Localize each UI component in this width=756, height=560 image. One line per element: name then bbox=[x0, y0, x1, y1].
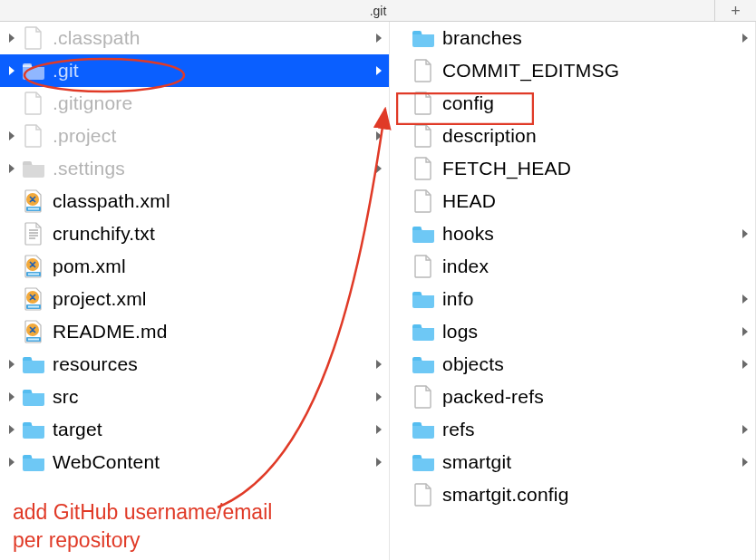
file-name-label: hooks bbox=[442, 223, 494, 245]
file-name-label: smartgit.config bbox=[442, 484, 569, 506]
folder-icon bbox=[22, 62, 45, 80]
expand-arrow-icon bbox=[741, 227, 750, 240]
file-row[interactable]: resources bbox=[0, 348, 389, 381]
file-icon bbox=[413, 483, 433, 507]
file-row[interactable]: WebContent bbox=[0, 446, 389, 478]
expand-arrow-icon bbox=[741, 456, 750, 468]
file-name-label: .settings bbox=[53, 158, 125, 179]
file-row[interactable]: README.md bbox=[0, 315, 389, 348]
folder-icon bbox=[412, 355, 435, 373]
file-name-label: COMMIT_EDITMSG bbox=[442, 60, 619, 82]
disclosure-arrow-icon bbox=[4, 130, 20, 141]
disclosure-arrow-icon bbox=[4, 65, 20, 76]
file-name-label: info bbox=[442, 288, 474, 310]
file-row[interactable]: packed-refs bbox=[390, 381, 755, 413]
file-name-label: .classpath bbox=[53, 27, 141, 49]
file-icon bbox=[413, 189, 433, 213]
expand-arrow-icon bbox=[374, 391, 383, 403]
file-icon bbox=[413, 124, 433, 148]
file-icon bbox=[24, 124, 44, 148]
file-row[interactable]: smartgit.config bbox=[390, 478, 755, 511]
expand-arrow-icon bbox=[374, 456, 383, 468]
file-name-label: .project bbox=[53, 125, 116, 147]
file-row[interactable]: .git bbox=[0, 54, 389, 87]
expand-arrow-icon bbox=[374, 162, 383, 175]
file-icon bbox=[413, 385, 433, 409]
file-row[interactable]: branches bbox=[390, 22, 755, 54]
file-row[interactable]: logs bbox=[390, 315, 755, 348]
folder-icon bbox=[22, 159, 45, 178]
file-name-label: HEAD bbox=[442, 190, 496, 212]
xml-file-icon bbox=[24, 287, 44, 311]
column-view: .classpath.git.gitignore.project.setting… bbox=[0, 22, 756, 560]
expand-arrow-icon bbox=[741, 423, 750, 436]
file-name-label: FETCH_HEAD bbox=[442, 158, 571, 179]
file-row[interactable]: description bbox=[390, 120, 755, 152]
file-name-label: project.xml bbox=[53, 288, 147, 310]
expand-arrow-icon bbox=[374, 32, 383, 44]
expand-arrow-icon bbox=[741, 325, 750, 338]
file-row[interactable]: refs bbox=[390, 413, 755, 446]
file-icon bbox=[413, 59, 433, 82]
file-row[interactable]: pom.xml bbox=[0, 250, 389, 283]
file-icon bbox=[24, 92, 44, 115]
expand-arrow-icon bbox=[374, 64, 383, 77]
file-row[interactable]: project.xml bbox=[0, 283, 389, 315]
file-row[interactable]: target bbox=[0, 413, 389, 446]
folder-icon bbox=[412, 29, 435, 47]
folder-icon bbox=[412, 225, 435, 243]
file-name-label: .gitignore bbox=[53, 92, 132, 114]
plus-icon: + bbox=[731, 2, 741, 21]
xml-file-icon bbox=[24, 255, 44, 278]
file-name-label: resources bbox=[53, 353, 138, 375]
expand-arrow-icon bbox=[374, 423, 383, 436]
file-name-label: objects bbox=[442, 353, 504, 375]
expand-arrow-icon bbox=[741, 293, 750, 305]
file-row[interactable]: .gitignore bbox=[0, 87, 389, 120]
file-name-label: pom.xml bbox=[53, 256, 126, 277]
disclosure-arrow-icon bbox=[4, 424, 20, 435]
file-name-label: target bbox=[53, 419, 102, 440]
window-title: .git bbox=[370, 4, 387, 18]
file-row[interactable]: config bbox=[390, 87, 755, 120]
folder-icon bbox=[412, 420, 435, 439]
file-name-label: WebContent bbox=[53, 451, 160, 473]
file-name-label: crunchify.txt bbox=[53, 223, 155, 245]
file-row[interactable]: .settings bbox=[0, 152, 389, 185]
file-row[interactable]: smartgit bbox=[390, 446, 755, 478]
column-child[interactable]: branchesCOMMIT_EDITMSGconfigdescriptionF… bbox=[390, 22, 756, 560]
file-row[interactable]: index bbox=[390, 250, 755, 283]
folder-icon bbox=[22, 355, 45, 373]
disclosure-arrow-icon bbox=[4, 163, 20, 174]
file-row[interactable]: src bbox=[0, 381, 389, 413]
file-row[interactable]: objects bbox=[390, 348, 755, 381]
file-row[interactable]: crunchify.txt bbox=[0, 217, 389, 250]
file-name-label: smartgit bbox=[442, 451, 511, 473]
xml-file-icon bbox=[24, 189, 44, 213]
folder-icon bbox=[412, 323, 435, 341]
expand-arrow-icon bbox=[741, 32, 750, 44]
file-row[interactable]: .classpath bbox=[0, 22, 389, 54]
file-row[interactable]: FETCH_HEAD bbox=[390, 152, 755, 185]
file-row[interactable]: COMMIT_EDITMSG bbox=[390, 54, 755, 87]
svg-rect-9 bbox=[28, 274, 39, 275]
file-row[interactable]: classpath.xml bbox=[0, 185, 389, 217]
file-row[interactable]: hooks bbox=[390, 217, 755, 250]
file-name-label: classpath.xml bbox=[53, 190, 170, 212]
new-tab-button[interactable]: + bbox=[714, 0, 756, 22]
svg-rect-12 bbox=[28, 306, 39, 308]
file-name-label: logs bbox=[442, 321, 478, 343]
file-icon bbox=[413, 255, 433, 278]
window-header: .git + bbox=[0, 0, 756, 22]
disclosure-arrow-icon bbox=[4, 359, 20, 370]
file-name-label: refs bbox=[442, 419, 475, 440]
file-row[interactable]: .project bbox=[0, 120, 389, 152]
file-row[interactable]: info bbox=[390, 283, 755, 315]
folder-icon bbox=[412, 290, 435, 308]
column-parent[interactable]: .classpath.git.gitignore.project.setting… bbox=[0, 22, 390, 560]
file-row[interactable]: HEAD bbox=[390, 185, 755, 217]
expand-arrow-icon bbox=[374, 130, 383, 142]
disclosure-arrow-icon bbox=[4, 457, 20, 468]
file-icon bbox=[24, 26, 44, 50]
disclosure-arrow-icon bbox=[4, 391, 20, 402]
